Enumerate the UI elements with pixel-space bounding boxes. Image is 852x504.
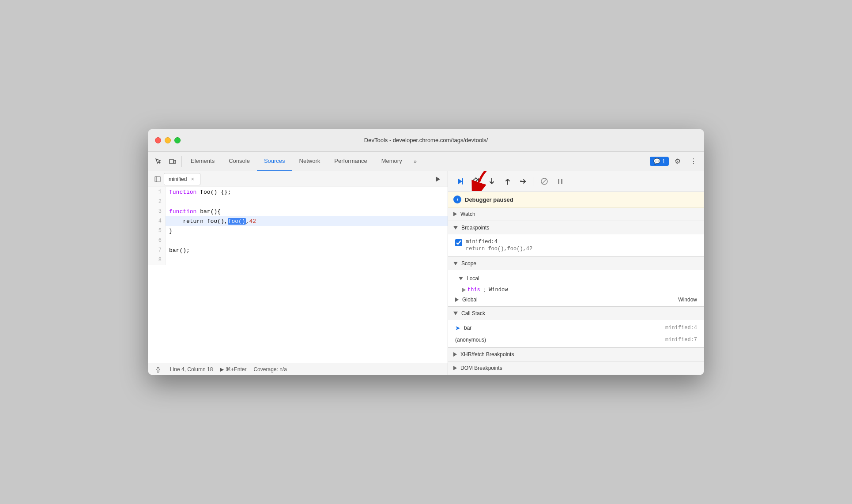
breakpoint-item: minified:4 return foo(),foo(),42: [448, 236, 704, 255]
breakpoint-location: minified:4: [466, 239, 532, 245]
code-line-5: 5 }: [148, 226, 448, 236]
call-name-bar: bar: [464, 325, 471, 331]
call-stack-section: Call Stack ➤ bar minified:4 (anonymous) …: [448, 307, 704, 348]
file-tab-minified[interactable]: minified ×: [164, 173, 200, 185]
deactivate-breakpoints-btn[interactable]: [538, 175, 551, 188]
step-btn[interactable]: [517, 175, 530, 188]
call-stack-content: ➤ bar minified:4 (anonymous) minified:7: [448, 320, 704, 347]
xhr-breakpoints-header[interactable]: XHR/fetch Breakpoints: [448, 348, 704, 361]
call-location-anon: minified:7: [665, 337, 697, 343]
svg-line-13: [542, 179, 547, 184]
format-btn[interactable]: {}: [153, 365, 163, 374]
more-options-btn[interactable]: ⋮: [686, 154, 701, 169]
call-stack-section-header[interactable]: Call Stack: [448, 307, 704, 320]
tab-elements[interactable]: Elements: [184, 152, 222, 171]
svg-rect-15: [561, 179, 562, 184]
cursor-position: Line 4, Column 18: [170, 366, 213, 372]
toolbar-separator: [181, 156, 182, 167]
global-label: Global: [462, 297, 478, 303]
call-arrow-icon: ➤: [455, 324, 460, 331]
debugger-paused-banner: i Debugger paused: [448, 192, 704, 207]
code-content-8: [166, 255, 173, 265]
breakpoints-section-header[interactable]: Breakpoints: [448, 221, 704, 234]
inspect-element-btn[interactable]: [151, 154, 166, 169]
svg-marker-5: [458, 178, 462, 184]
svg-point-11: [520, 181, 522, 182]
xhr-breakpoints-label: XHR/fetch Breakpoints: [460, 351, 514, 357]
watch-label: Watch: [460, 211, 475, 217]
tab-sources[interactable]: Sources: [257, 152, 292, 171]
code-line-4: 4 return foo(),foo(),42: [148, 216, 448, 226]
svg-rect-1: [174, 160, 176, 163]
call-location-bar: minified:4: [665, 325, 697, 331]
main-content: minified × 1 function foo() {};: [148, 171, 704, 375]
resume-btn[interactable]: [453, 175, 467, 188]
this-value: Window: [489, 287, 508, 293]
notifications-badge-btn[interactable]: 💬 1: [650, 157, 669, 166]
file-tab-bar: minified ×: [148, 171, 448, 187]
line-num-5: 5: [148, 226, 166, 236]
breakpoints-section: Breakpoints minified:4 return foo(),foo(…: [448, 221, 704, 257]
tab-network[interactable]: Network: [292, 152, 328, 171]
dom-breakpoints-label: DOM Breakpoints: [460, 365, 502, 371]
window-title: DevTools - developer.chrome.com/tags/dev…: [364, 137, 488, 143]
close-button[interactable]: [155, 137, 161, 143]
watch-section: Watch: [448, 207, 704, 221]
call-name-anon: (anonymous): [455, 337, 486, 343]
code-content-6: [166, 236, 173, 245]
line-num-1: 1: [148, 187, 166, 197]
watch-section-header[interactable]: Watch: [448, 207, 704, 221]
device-toolbar-btn[interactable]: [166, 154, 180, 169]
sidebar-toggle-btn[interactable]: [151, 173, 164, 185]
code-line-3: 3 function bar(){: [148, 207, 448, 216]
scope-section-header[interactable]: Scope: [448, 257, 704, 270]
status-bar: {} Line 4, Column 18 ▶ ⌘+Enter Coverage:…: [148, 363, 448, 375]
tab-memory[interactable]: Memory: [374, 152, 409, 171]
xhr-breakpoints-section: XHR/fetch Breakpoints: [448, 348, 704, 361]
pause-on-exceptions-btn[interactable]: [554, 175, 567, 188]
step-into-btn[interactable]: [485, 175, 498, 188]
local-label: Local: [467, 275, 479, 282]
code-content-5: }: [166, 226, 176, 236]
line-num-3: 3: [148, 207, 166, 216]
svg-marker-4: [436, 177, 440, 182]
code-content-2: [166, 197, 173, 207]
settings-btn[interactable]: ⚙: [671, 154, 685, 169]
callstack-item-anon[interactable]: (anonymous) minified:7: [448, 334, 704, 346]
run-snippet-btn[interactable]: [432, 173, 444, 185]
watch-triangle-icon: [453, 212, 457, 216]
code-content-3: function bar(){: [166, 207, 224, 216]
debug-toolbar: [448, 171, 704, 192]
breakpoint-checkbox[interactable]: [455, 239, 462, 246]
tabs-overflow-btn[interactable]: »: [409, 155, 422, 168]
this-triangle-icon: [462, 288, 466, 292]
line-num-7: 7: [148, 245, 166, 255]
breakpoint-info: minified:4 return foo(),foo(),42: [466, 239, 532, 252]
code-line-8: 8: [148, 255, 448, 265]
step-over-btn[interactable]: [469, 175, 483, 188]
svg-rect-6: [462, 178, 463, 184]
call-stack-label: Call Stack: [461, 310, 485, 316]
minimize-button[interactable]: [165, 137, 171, 143]
top-toolbar: Elements Console Sources Network Perform…: [148, 152, 704, 171]
devtools-body: Elements Console Sources Network Perform…: [148, 152, 704, 375]
tab-console[interactable]: Console: [222, 152, 257, 171]
this-item: this : Window: [448, 285, 704, 295]
file-tab-close-btn[interactable]: ×: [189, 176, 196, 182]
maximize-button[interactable]: [174, 137, 181, 143]
tab-performance[interactable]: Performance: [327, 152, 374, 171]
global-triangle-icon: [455, 297, 459, 302]
run-snippet-shortcut: ▶ ⌘+Enter: [220, 366, 246, 372]
svg-rect-14: [558, 179, 559, 184]
scope-label: Scope: [461, 260, 476, 267]
line-num-8: 8: [148, 255, 166, 265]
code-line-7: 7 bar();: [148, 245, 448, 255]
callstack-item-bar[interactable]: ➤ bar minified:4: [448, 322, 704, 334]
code-editor[interactable]: 1 function foo() {}; 2 3 funct: [148, 187, 448, 363]
scope-triangle-icon: [453, 262, 458, 265]
call-stack-triangle-icon: [453, 312, 458, 315]
dom-breakpoints-header[interactable]: DOM Breakpoints: [448, 361, 704, 375]
line-num-4: 4: [148, 216, 166, 226]
local-header[interactable]: Local: [448, 272, 704, 285]
step-out-btn[interactable]: [501, 175, 514, 188]
